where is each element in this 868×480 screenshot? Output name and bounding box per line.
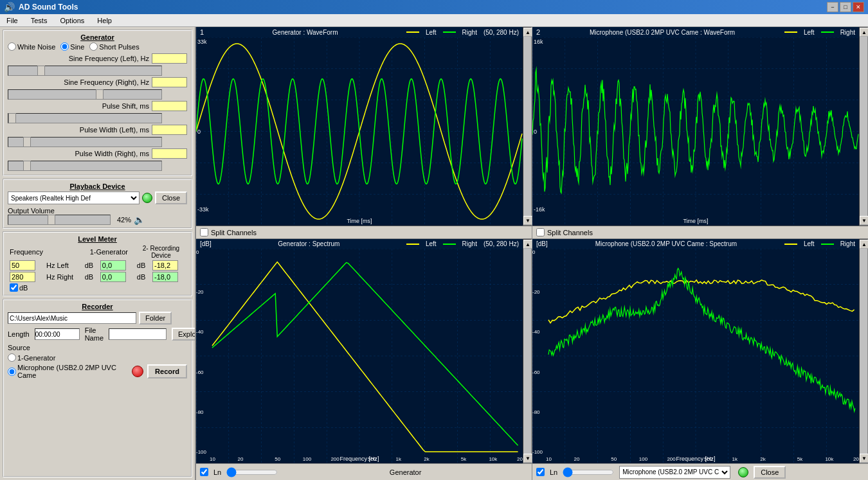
menu-file[interactable]: File (3, 15, 22, 26)
recorder-path-row: Folder (8, 312, 187, 324)
record-indicator (132, 366, 143, 377)
legend-left-line (406, 31, 419, 33)
ln-slider-2[interactable] (563, 468, 614, 477)
playback-close-button[interactable]: Close (155, 191, 187, 204)
scroll-down-arrow[interactable]: ▼ (523, 216, 532, 225)
chart1-wf-title: Generator : WaveForm (273, 29, 338, 36)
waveform-2-canvas-area: 16k -16k Time [ms] (532, 37, 859, 226)
radio-short-pulses[interactable]: Short Pulses (89, 42, 139, 51)
sp1-legend-right-line (443, 244, 456, 245)
sp2-scroll-up[interactable]: ▲ (860, 240, 868, 249)
ln-checkbox-2[interactable] (536, 468, 545, 476)
db-checkbox[interactable] (10, 283, 18, 292)
scroll-up-arrow[interactable]: ▲ (523, 28, 532, 37)
menu-tests[interactable]: Tests (27, 15, 51, 26)
sine-freq-left-slider-row (8, 66, 187, 76)
freq-left-input[interactable] (10, 260, 35, 271)
recorder-path-input[interactable] (8, 312, 136, 324)
pulse-shift-input[interactable]: 0,00 (152, 101, 187, 111)
folder-button[interactable]: Folder (139, 312, 172, 324)
wf1-scrollbar[interactable]: ▲ ▼ (523, 27, 532, 226)
db-checkbox-label[interactable]: dB (10, 283, 185, 292)
filename-input[interactable] (109, 328, 167, 340)
volume-slider-row: 42% 🔈 (8, 215, 187, 225)
menu-bar: File Tests Options Help (0, 14, 868, 27)
sp2-legend: Left Right (784, 240, 855, 247)
sp1-scroll-up[interactable]: ▲ (523, 240, 532, 249)
length-input[interactable] (35, 328, 80, 340)
playback-device-select[interactable]: Speakers (Realtek High Def (8, 191, 140, 204)
sine-freq-left-input[interactable]: 50 (152, 53, 187, 64)
sine-freq-right-slider[interactable] (8, 89, 162, 100)
sp2-scrollbar[interactable]: ▲ ▼ (859, 239, 868, 463)
chart1-number: 1 (200, 28, 204, 36)
charts-area: 1 Generator : WaveForm Left Right (50, 2… (196, 27, 868, 480)
sine-freq-right-slider-row (8, 89, 187, 100)
wf2-scroll-up[interactable]: ▲ (860, 28, 868, 37)
split-channels-2-checkbox[interactable] (536, 228, 545, 236)
split-channels-2-bar: Split Channels (532, 226, 868, 239)
maximize-button[interactable]: □ (840, 2, 851, 12)
right-area: 1 Generator : WaveForm Left Right (50, 2… (196, 27, 868, 480)
pulse-width-left-input[interactable]: 0,023 (152, 125, 187, 135)
sp2-db-label: [dB] (536, 240, 548, 247)
chart2-wf-title: Microphone (USB2.0 2MP UVC Came : WaveFo… (590, 29, 735, 36)
wf2-legend-left-line (784, 31, 797, 33)
spectrum-1-canvas (196, 249, 523, 463)
generator-radio-group: White Noise Sine Short Pulses (8, 42, 187, 51)
split-channels-1-checkbox[interactable] (200, 228, 208, 236)
spectrum-2-canvas-area: Frequency [Hz] (532, 249, 859, 463)
length-label: Length (8, 330, 30, 338)
wf2-scroll-track (860, 37, 867, 216)
source-radio-generator[interactable]: 1-Generator (8, 353, 55, 362)
wf1-ymin: -33k (197, 206, 209, 213)
ln-label-2: Ln (550, 468, 557, 476)
sp1-scrollbar[interactable]: ▲ ▼ (523, 239, 532, 463)
source-label: Source (8, 344, 187, 351)
sine-freq-right-input[interactable]: 280 (152, 77, 187, 87)
radio-sine[interactable]: Sine (60, 42, 84, 51)
pulse-width-left-slider[interactable] (8, 137, 162, 147)
ln-checkbox-1[interactable] (200, 468, 208, 476)
record-button[interactable]: Record (147, 364, 187, 378)
pulse-width-right-slider[interactable] (8, 161, 162, 171)
chart2-close-button[interactable]: Close (754, 466, 786, 479)
source-radio-mic[interactable]: Microphone (USB2.0 2MP UVC Came (8, 364, 128, 379)
gen-db-left-input[interactable] (100, 260, 126, 271)
minimize-button[interactable]: − (827, 2, 838, 12)
playback-device-row: Speakers (Realtek High Def Close (8, 191, 187, 204)
pulse-shift-row: Pulse Shift, ms 0,00 (8, 101, 187, 111)
volume-slider[interactable] (8, 215, 111, 225)
close-button[interactable]: ✕ (853, 2, 864, 12)
split-channels-2-label: Split Channels (547, 229, 593, 236)
explorer-button[interactable]: Explorer (172, 328, 196, 341)
hz-right-label: Hz Right (44, 271, 83, 283)
mic-indicator (738, 467, 748, 477)
waveform-1-container: 1 Generator : WaveForm Left Right (50, 2… (196, 27, 532, 226)
wf2-scroll-down[interactable]: ▼ (860, 216, 868, 225)
menu-help[interactable]: Help (93, 15, 116, 26)
pulse-width-right-input[interactable]: 0,023 (152, 148, 187, 159)
db-label-1: dB (83, 260, 98, 271)
pulse-shift-label: Pulse Shift, ms (8, 102, 149, 110)
sp2-scroll-down[interactable]: ▼ (860, 454, 868, 463)
ln-slider-1[interactable] (226, 468, 278, 477)
sp1-scroll-down[interactable]: ▼ (523, 454, 532, 463)
rec-db-left-input[interactable] (152, 260, 178, 271)
recorder-title: Recorder (8, 303, 187, 310)
scroll-track (523, 37, 531, 216)
spectrum-1-container: [dB] Generator : Spectrum Left Right (50… (196, 239, 532, 463)
wf2-scrollbar[interactable]: ▲ ▼ (859, 27, 868, 226)
rec-db-right-input[interactable] (152, 272, 178, 282)
spectrum-2-header: [dB] Microphone (USB2.0 2MP UVC Came : S… (532, 239, 859, 249)
gen-db-right-input[interactable] (100, 272, 126, 282)
sine-freq-left-slider[interactable] (8, 66, 162, 76)
menu-options[interactable]: Options (56, 15, 88, 26)
radio-white-noise[interactable]: White Noise (8, 42, 55, 51)
freq-right-input[interactable] (10, 272, 35, 282)
db-label-3: dB (135, 260, 150, 271)
bottom-bar-2: Ln Microphone (USB2.0 2MP UVC C Close (532, 463, 868, 480)
pulse-shift-slider[interactable] (8, 113, 162, 123)
mic-device-selector[interactable]: Microphone (USB2.0 2MP UVC C (619, 466, 730, 479)
waveform-2-canvas (532, 37, 859, 226)
